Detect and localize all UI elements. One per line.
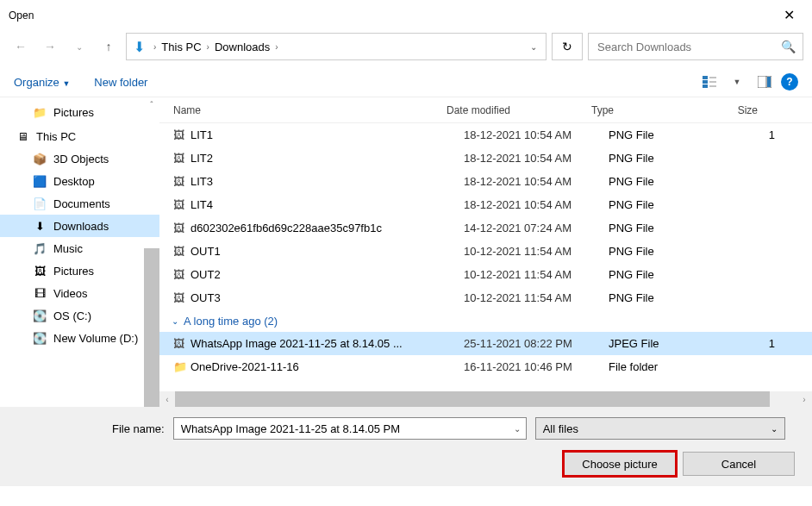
- sidebar: ˆ 📁Pictures🖥This PC📦3D Objects🟦Desktop📄D…: [0, 97, 159, 407]
- sidebar-item-label: OS (C:): [53, 309, 91, 322]
- group-header[interactable]: ⌄A long time ago (2): [159, 309, 812, 332]
- file-icon: 🖼: [173, 152, 191, 165]
- sidebar-item-label: Desktop: [53, 175, 95, 188]
- file-name: LIT4: [191, 198, 464, 211]
- file-type: PNG File: [609, 175, 735, 188]
- sidebar-item-documents[interactable]: 📄Documents: [0, 192, 159, 215]
- file-name: OUT3: [191, 291, 464, 304]
- organize-menu[interactable]: Organize ▼: [14, 76, 70, 89]
- file-row[interactable]: 🖼LIT118-12-2021 10:54 AMPNG File1: [159, 123, 812, 147]
- hscroll-left[interactable]: ‹: [159, 391, 175, 407]
- up-button[interactable]: ↑: [97, 34, 121, 59]
- file-row[interactable]: 🖼OUT310-12-2021 11:54 AMPNG File: [159, 286, 812, 309]
- address-dropdown[interactable]: ⌄: [525, 42, 542, 52]
- breadcrumb-this-pc[interactable]: This PC: [161, 41, 201, 53]
- filter-dropdown-icon[interactable]: ⌄: [771, 424, 778, 434]
- file-row[interactable]: 📁OneDrive-2021-11-1616-11-2021 10:46 PMF…: [159, 355, 812, 378]
- choose-picture-button[interactable]: Choose picture: [564, 452, 676, 476]
- filename-combo[interactable]: ⌄: [173, 417, 527, 440]
- file-date: 18-12-2021 10:54 AM: [464, 152, 609, 165]
- view-details-icon[interactable]: [698, 72, 721, 91]
- titlebar: Open ✕: [0, 0, 812, 26]
- file-name: OUT1: [191, 245, 464, 258]
- file-name: OneDrive-2021-11-16: [191, 360, 464, 373]
- svg-rect-0: [703, 76, 708, 79]
- filename-input[interactable]: [179, 422, 514, 436]
- filename-dropdown-icon[interactable]: ⌄: [514, 424, 521, 434]
- window-title: Open: [9, 9, 34, 22]
- back-button[interactable]: ←: [9, 34, 33, 59]
- file-row[interactable]: 🖼OUT210-12-2021 11:54 AMPNG File: [159, 263, 812, 286]
- sidebar-item-downloads[interactable]: ⬇Downloads: [0, 215, 159, 237]
- toolbar: Organize ▼ New folder ▼ ?: [0, 67, 812, 97]
- filename-label: File name:: [112, 422, 165, 435]
- file-row[interactable]: 🖼LIT218-12-2021 10:54 AMPNG File: [159, 147, 812, 170]
- file-date: 18-12-2021 10:54 AM: [464, 198, 609, 211]
- sidebar-item-videos[interactable]: 🎞Videos: [0, 282, 159, 304]
- cancel-button[interactable]: Cancel: [683, 452, 795, 476]
- hscroll-right[interactable]: ›: [796, 391, 812, 407]
- file-row[interactable]: 🖼WhatsApp Image 2021-11-25 at 8.14.05 ..…: [159, 332, 812, 355]
- file-date: 10-12-2021 11:54 AM: [464, 268, 609, 281]
- recent-dropdown[interactable]: ⌄: [67, 34, 91, 59]
- file-type: PNG File: [609, 268, 735, 281]
- col-type[interactable]: Type: [591, 104, 718, 116]
- breadcrumb-downloads[interactable]: Downloads: [215, 41, 270, 53]
- sidebar-item-3d-objects[interactable]: 📦3D Objects: [0, 147, 159, 170]
- file-size: 1: [735, 337, 775, 350]
- file-row[interactable]: 🖼LIT418-12-2021 10:54 AMPNG File: [159, 193, 812, 216]
- sidebar-item-this-pc[interactable]: 🖥This PC: [0, 125, 159, 147]
- file-row[interactable]: 🖼d602302e61fb6d69c228aae35c97fb1c14-12-2…: [159, 216, 812, 240]
- sidebar-item-pictures[interactable]: 📁Pictures: [0, 101, 159, 123]
- folder-icon: 📁: [33, 106, 47, 119]
- file-date: 18-12-2021 10:54 AM: [464, 128, 609, 141]
- col-name[interactable]: Name: [166, 104, 447, 116]
- chevron-down-icon: ⌄: [172, 316, 178, 326]
- sidebar-item-desktop[interactable]: 🟦Desktop: [0, 170, 159, 192]
- file-type: PNG File: [609, 198, 735, 211]
- refresh-button[interactable]: ↻: [552, 33, 583, 60]
- chevron-right-icon: ›: [207, 42, 209, 52]
- folder-icon: 💽: [33, 309, 47, 322]
- folder-icon: 🎵: [33, 242, 47, 255]
- file-icon: 🖼: [173, 245, 191, 258]
- filter-label: All files: [543, 422, 578, 435]
- folder-icon: 🖼: [33, 265, 47, 278]
- file-icon: 🖼: [173, 337, 191, 350]
- forward-button[interactable]: →: [38, 34, 62, 59]
- search-input[interactable]: [596, 40, 781, 54]
- col-date[interactable]: Date modified: [447, 104, 591, 116]
- sidebar-item-pictures[interactable]: 🖼Pictures: [0, 259, 159, 282]
- chevron-right-icon: ›: [275, 42, 278, 52]
- folder-icon: 💽: [33, 332, 47, 345]
- preview-pane-icon[interactable]: [753, 72, 776, 91]
- file-icon: 🖼: [173, 291, 191, 304]
- search-icon[interactable]: 🔍: [781, 40, 796, 53]
- view-dropdown[interactable]: ▼: [726, 72, 748, 91]
- sidebar-item-music[interactable]: 🎵Music: [0, 237, 159, 259]
- new-folder-button[interactable]: New folder: [94, 76, 147, 89]
- close-icon[interactable]: ✕: [775, 7, 803, 23]
- downloads-icon: ⬇: [134, 39, 145, 55]
- chevron-right-icon: ›: [153, 42, 156, 52]
- file-icon: 🖼: [173, 198, 191, 211]
- file-date: 18-12-2021 10:54 AM: [464, 175, 609, 188]
- search-box[interactable]: 🔍: [588, 33, 803, 60]
- svg-rect-8: [767, 77, 771, 87]
- file-row[interactable]: 🖼LIT318-12-2021 10:54 AMPNG File: [159, 170, 812, 193]
- filetype-filter[interactable]: All files ⌄: [535, 417, 785, 440]
- col-size[interactable]: Size: [718, 104, 758, 116]
- main-area: ˆ 📁Pictures🖥This PC📦3D Objects🟦Desktop📄D…: [0, 97, 812, 407]
- folder-icon: 📄: [33, 197, 47, 210]
- file-type: File folder: [609, 360, 735, 373]
- file-row[interactable]: 🖼OUT110-12-2021 11:54 AMPNG File: [159, 240, 812, 263]
- file-type: PNG File: [609, 222, 735, 234]
- sidebar-item-os-c-[interactable]: 💽OS (C:): [0, 304, 159, 327]
- sidebar-scroll-up[interactable]: ˆ: [144, 97, 159, 113]
- file-name: LIT1: [191, 128, 464, 141]
- sidebar-item-new-volume-d-[interactable]: 💽New Volume (D:): [0, 327, 159, 349]
- hscroll-thumb[interactable]: [175, 391, 770, 407]
- help-button[interactable]: ?: [781, 73, 798, 91]
- sidebar-scroll-thumb[interactable]: [144, 248, 159, 407]
- address-bar[interactable]: ⬇ › This PC › Downloads › ⌄: [126, 33, 547, 60]
